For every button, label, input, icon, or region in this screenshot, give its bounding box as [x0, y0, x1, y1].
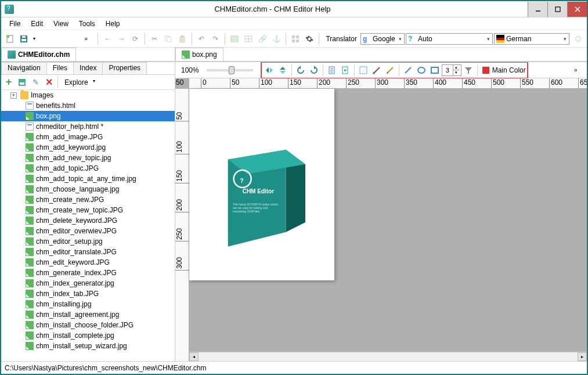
brush-tool-button[interactable] [370, 64, 383, 77]
undo-button[interactable]: ↶ [195, 33, 208, 45]
tree-item[interactable]: chm_add_new_topic.jpg [1, 153, 175, 163]
tree-item[interactable]: chm_add_image.JPG [1, 132, 175, 142]
zoom-slider-thumb[interactable] [229, 66, 235, 74]
new-button[interactable] [3, 33, 16, 45]
image-toolbar-overflow[interactable]: » [574, 67, 582, 73]
scroll-right-button[interactable]: ▸ [578, 352, 587, 361]
rename-file-button[interactable]: ✎ [29, 75, 42, 89]
flip-vertical-button[interactable] [276, 64, 289, 77]
tab-files[interactable]: Files [46, 62, 74, 74]
tree-item[interactable]: chm_generate_index.JPG [1, 268, 175, 278]
menu-file[interactable]: File [5, 19, 25, 29]
tree-item[interactable]: chm_index_generator.jpg [1, 278, 175, 289]
save-dropdown[interactable]: ▾ [31, 33, 37, 45]
zoom-slider[interactable] [207, 69, 253, 71]
image-file-icon [26, 196, 34, 204]
translate-go-button[interactable] [572, 33, 585, 45]
large-icons-button[interactable] [289, 33, 302, 45]
tree-item[interactable]: chm_install_choose_folder.JPG [1, 320, 175, 330]
svg-rect-12 [181, 35, 183, 37]
tree-item[interactable]: chm_edit_keyword.JPG [1, 257, 175, 268]
translator-engine-combo[interactable]: g Google [360, 33, 405, 45]
tree-item[interactable]: benefits.html [1, 100, 175, 111]
line-tool-button[interactable] [402, 64, 414, 77]
menu-edit[interactable]: Edit [26, 19, 48, 29]
tree-folder-images[interactable]: + Images [1, 90, 175, 100]
main-color-swatch[interactable] [482, 67, 489, 74]
tree-item[interactable]: chm_install_complete.jpg [1, 330, 175, 341]
tree-item[interactable]: chm_add_topic.JPG [1, 163, 175, 174]
tree-item[interactable]: chm_editor_translate.JPG [1, 247, 175, 257]
tree-item[interactable]: chm_choose_language.jpg [1, 184, 175, 194]
filter-button[interactable] [462, 64, 475, 77]
close-button[interactable] [567, 2, 587, 17]
expander-icon[interactable]: + [10, 92, 17, 99]
tree-item[interactable]: chm_install_setup_wizard.jpg [1, 341, 175, 351]
horizontal-ruler: -150-100-5005010015020025030035040045050… [189, 78, 587, 89]
png-file-icon [182, 51, 190, 59]
explore-dropdown[interactable]: Explore [60, 77, 97, 88]
back-button[interactable]: ← [101, 33, 114, 45]
doc-tab-chm[interactable]: CHMEditor.chm [1, 48, 76, 61]
tree-item[interactable]: chm_install_agreement.jpg [1, 309, 175, 320]
spin-up[interactable]: ▴ [453, 65, 460, 70]
image-canvas[interactable]: ? CHM Editor The handy WYSIWYG editor wh… [189, 89, 334, 280]
tree-item[interactable]: chm_add_keyword.jpg [1, 142, 175, 153]
redo-button[interactable]: ↷ [209, 33, 222, 45]
settings-button[interactable] [303, 33, 316, 45]
rotate-right-button[interactable] [308, 64, 320, 77]
statusbar: C:\Users\Nastya\Pictures\chm_screenshots… [1, 361, 587, 374]
tree-item[interactable]: chm_editor_overwiev.JPG [1, 226, 175, 236]
tree-item[interactable]: chm_add_topic_at_any_time.jpg [1, 174, 175, 184]
select-tool-button[interactable] [357, 64, 370, 77]
spin-down[interactable]: ▾ [453, 70, 460, 75]
menu-tools[interactable]: Tools [74, 19, 100, 29]
tree-item[interactable]: chm_delete_keyword.JPG [1, 215, 175, 226]
minimize-button[interactable] [528, 2, 547, 17]
image-button[interactable] [228, 33, 241, 45]
menu-view[interactable]: View [49, 19, 73, 29]
save-file-button[interactable] [16, 75, 28, 89]
line-width-spinner[interactable]: ▴▾ [442, 64, 461, 76]
tree-item[interactable]: chm_index_tab.JPG [1, 289, 175, 299]
scroll-left-button[interactable]: ◂ [189, 352, 199, 361]
tree-item[interactable]: chmeditor_help.html * [1, 121, 175, 132]
forward-button[interactable]: → [115, 33, 128, 45]
tab-properties[interactable]: Properties [102, 62, 147, 74]
copy-button[interactable] [162, 33, 175, 45]
ellipse-tool-button[interactable] [415, 64, 428, 77]
translator-target-combo[interactable]: German [494, 33, 569, 45]
rect-tool-button[interactable] [428, 64, 441, 77]
tree-item[interactable]: chm_create_new_topic.JPG [1, 205, 175, 215]
maximize-button[interactable] [547, 2, 567, 17]
tab-index[interactable]: Index [73, 62, 103, 74]
line-width-input[interactable] [442, 67, 453, 74]
refresh-button[interactable]: ⟳ [129, 33, 142, 45]
link-button[interactable]: 🔗 [256, 33, 269, 45]
tree-item[interactable]: chm_create_new.JPG [1, 194, 175, 205]
tree-item[interactable]: chm_editor_setup.jpg [1, 236, 175, 247]
add-file-button[interactable]: + [2, 75, 15, 89]
pencil-tool-button[interactable] [384, 64, 396, 77]
flip-horizontal-button[interactable] [263, 64, 276, 77]
delete-file-button[interactable]: ✕ [42, 75, 55, 89]
paste-button[interactable] [176, 33, 189, 45]
h-scrollbar[interactable]: ◂ ▸ [189, 352, 587, 361]
cut-button[interactable]: ✂ [148, 33, 161, 45]
save-button[interactable] [17, 33, 30, 45]
tree-item[interactable]: chm_installing.jpg [1, 299, 175, 309]
tree-item[interactable]: box.png [1, 111, 175, 121]
table-button[interactable] [242, 33, 255, 45]
menubar: File Edit View Tools Help [1, 17, 587, 30]
file-tree[interactable]: + Images benefits.htmlbox.pngchmeditor_h… [1, 90, 175, 361]
paste-image-button[interactable] [339, 64, 352, 77]
rotate-left-button[interactable] [294, 64, 307, 77]
tab-navigation[interactable]: Navigation [1, 62, 47, 74]
menu-help[interactable]: Help [101, 19, 125, 29]
canvas-area[interactable]: -150-100-5005010015020025030035040045050… [175, 78, 587, 361]
translator-source-combo[interactable]: ? Auto [406, 33, 493, 45]
doc-tab-image[interactable]: box.png [175, 48, 223, 61]
toolbar-overflow-1[interactable]: » [84, 35, 92, 42]
anchor-button[interactable]: ⚓ [270, 33, 283, 45]
copy-image-button[interactable] [326, 64, 338, 77]
